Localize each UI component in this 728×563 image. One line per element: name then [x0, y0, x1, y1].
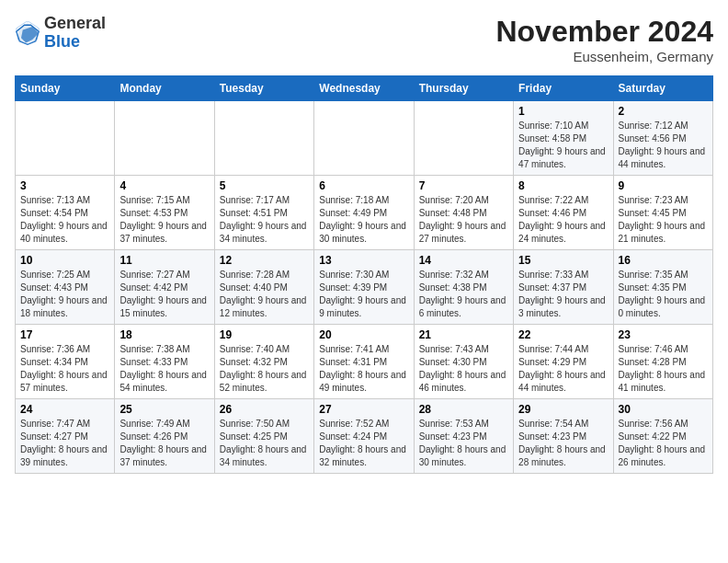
- calendar-cell: 1Sunrise: 7:10 AM Sunset: 4:58 PM Daylig…: [514, 101, 613, 176]
- day-info: Sunrise: 7:30 AM Sunset: 4:39 PM Dayligh…: [319, 269, 408, 320]
- day-number: 25: [119, 403, 209, 416]
- day-number: 30: [619, 403, 708, 416]
- calendar-cell: 11Sunrise: 7:27 AM Sunset: 4:42 PM Dayli…: [115, 250, 214, 325]
- calendar-week-row: 3Sunrise: 7:13 AM Sunset: 4:54 PM Daylig…: [16, 176, 713, 250]
- day-info: Sunrise: 7:54 AM Sunset: 4:23 PM Dayligh…: [518, 418, 608, 469]
- calendar-cell: 23Sunrise: 7:46 AM Sunset: 4:28 PM Dayli…: [613, 325, 712, 399]
- day-info: Sunrise: 7:56 AM Sunset: 4:22 PM Dayligh…: [619, 418, 708, 469]
- day-number: 1: [518, 105, 608, 118]
- day-info: Sunrise: 7:38 AM Sunset: 4:33 PM Dayligh…: [119, 343, 209, 395]
- day-info: Sunrise: 7:28 AM Sunset: 4:40 PM Dayligh…: [220, 269, 309, 320]
- calendar-table: SundayMondayTuesdayWednesdayThursdayFrid…: [15, 75, 713, 474]
- day-header-wednesday: Wednesday: [314, 76, 414, 101]
- day-info: Sunrise: 7:47 AM Sunset: 4:27 PM Dayligh…: [20, 418, 109, 469]
- calendar-cell: 30Sunrise: 7:56 AM Sunset: 4:22 PM Dayli…: [613, 399, 712, 474]
- day-info: Sunrise: 7:23 AM Sunset: 4:45 PM Dayligh…: [619, 194, 708, 246]
- calendar-cell: 17Sunrise: 7:36 AM Sunset: 4:34 PM Dayli…: [16, 325, 115, 399]
- day-info: Sunrise: 7:46 AM Sunset: 4:28 PM Dayligh…: [619, 343, 708, 395]
- calendar-cell: 10Sunrise: 7:25 AM Sunset: 4:43 PM Dayli…: [16, 250, 115, 325]
- day-info: Sunrise: 7:17 AM Sunset: 4:51 PM Dayligh…: [220, 194, 309, 246]
- day-info: Sunrise: 7:25 AM Sunset: 4:43 PM Dayligh…: [20, 269, 109, 320]
- calendar-cell: 28Sunrise: 7:53 AM Sunset: 4:23 PM Dayli…: [414, 399, 513, 474]
- calendar-cell: 13Sunrise: 7:30 AM Sunset: 4:39 PM Dayli…: [314, 250, 414, 325]
- calendar-cell: 29Sunrise: 7:54 AM Sunset: 4:23 PM Dayli…: [514, 399, 613, 474]
- day-info: Sunrise: 7:36 AM Sunset: 4:34 PM Dayligh…: [20, 343, 109, 395]
- day-info: Sunrise: 7:13 AM Sunset: 4:54 PM Dayligh…: [20, 194, 109, 246]
- day-number: 11: [119, 254, 209, 267]
- calendar-cell: 14Sunrise: 7:32 AM Sunset: 4:38 PM Dayli…: [414, 250, 513, 325]
- calendar-week-row: 1Sunrise: 7:10 AM Sunset: 4:58 PM Daylig…: [16, 101, 713, 176]
- page-header: General Blue November 2024 Eussenheim, G…: [15, 15, 713, 64]
- calendar-cell: 6Sunrise: 7:18 AM Sunset: 4:49 PM Daylig…: [314, 176, 414, 250]
- day-number: 24: [20, 403, 109, 416]
- month-title: November 2024: [495, 15, 713, 49]
- day-info: Sunrise: 7:22 AM Sunset: 4:46 PM Dayligh…: [518, 194, 608, 246]
- day-number: 22: [518, 328, 608, 341]
- day-info: Sunrise: 7:35 AM Sunset: 4:35 PM Dayligh…: [619, 269, 708, 320]
- calendar-week-row: 24Sunrise: 7:47 AM Sunset: 4:27 PM Dayli…: [16, 399, 713, 474]
- calendar-cell: 3Sunrise: 7:13 AM Sunset: 4:54 PM Daylig…: [16, 176, 115, 250]
- title-area: November 2024 Eussenheim, Germany: [495, 15, 713, 64]
- calendar-cell: [16, 101, 115, 176]
- calendar-cell: 21Sunrise: 7:43 AM Sunset: 4:30 PM Dayli…: [414, 325, 513, 399]
- calendar-header-row: SundayMondayTuesdayWednesdayThursdayFrid…: [16, 76, 713, 101]
- calendar-cell: 5Sunrise: 7:17 AM Sunset: 4:51 PM Daylig…: [214, 176, 313, 250]
- day-info: Sunrise: 7:50 AM Sunset: 4:25 PM Dayligh…: [220, 418, 309, 469]
- day-number: 8: [518, 179, 608, 192]
- day-number: 29: [518, 403, 608, 416]
- day-number: 9: [619, 179, 708, 192]
- calendar-cell: 20Sunrise: 7:41 AM Sunset: 4:31 PM Dayli…: [314, 325, 414, 399]
- day-info: Sunrise: 7:20 AM Sunset: 4:48 PM Dayligh…: [419, 194, 508, 246]
- calendar-cell: 9Sunrise: 7:23 AM Sunset: 4:45 PM Daylig…: [613, 176, 712, 250]
- logo-text: General Blue: [44, 15, 106, 52]
- day-number: 18: [119, 328, 209, 341]
- day-info: Sunrise: 7:40 AM Sunset: 4:32 PM Dayligh…: [220, 343, 309, 395]
- day-number: 15: [518, 254, 608, 267]
- day-number: 2: [619, 105, 708, 118]
- calendar-cell: 27Sunrise: 7:52 AM Sunset: 4:24 PM Dayli…: [314, 399, 414, 474]
- day-info: Sunrise: 7:41 AM Sunset: 4:31 PM Dayligh…: [319, 343, 408, 395]
- day-number: 20: [319, 328, 408, 341]
- calendar-cell: 7Sunrise: 7:20 AM Sunset: 4:48 PM Daylig…: [414, 176, 513, 250]
- day-header-tuesday: Tuesday: [214, 76, 313, 101]
- calendar-cell: [214, 101, 313, 176]
- location: Eussenheim, Germany: [495, 49, 713, 64]
- calendar-cell: 8Sunrise: 7:22 AM Sunset: 4:46 PM Daylig…: [514, 176, 613, 250]
- calendar-cell: [314, 101, 414, 176]
- day-number: 16: [619, 254, 708, 267]
- day-number: 7: [419, 179, 508, 192]
- day-info: Sunrise: 7:18 AM Sunset: 4:49 PM Dayligh…: [319, 194, 408, 246]
- day-number: 3: [20, 179, 109, 192]
- day-info: Sunrise: 7:49 AM Sunset: 4:26 PM Dayligh…: [119, 418, 209, 469]
- calendar-cell: 16Sunrise: 7:35 AM Sunset: 4:35 PM Dayli…: [613, 250, 712, 325]
- calendar-cell: 19Sunrise: 7:40 AM Sunset: 4:32 PM Dayli…: [214, 325, 313, 399]
- day-header-monday: Monday: [115, 76, 214, 101]
- day-header-saturday: Saturday: [613, 76, 712, 101]
- day-info: Sunrise: 7:53 AM Sunset: 4:23 PM Dayligh…: [419, 418, 508, 469]
- day-number: 6: [319, 179, 408, 192]
- day-number: 14: [419, 254, 508, 267]
- calendar-cell: 22Sunrise: 7:44 AM Sunset: 4:29 PM Dayli…: [514, 325, 613, 399]
- calendar-cell: 15Sunrise: 7:33 AM Sunset: 4:37 PM Dayli…: [514, 250, 613, 325]
- day-number: 12: [220, 254, 309, 267]
- day-number: 27: [319, 403, 408, 416]
- calendar-cell: [115, 101, 214, 176]
- day-number: 23: [619, 328, 708, 341]
- day-info: Sunrise: 7:44 AM Sunset: 4:29 PM Dayligh…: [518, 343, 608, 395]
- calendar-cell: 18Sunrise: 7:38 AM Sunset: 4:33 PM Dayli…: [115, 325, 214, 399]
- day-header-sunday: Sunday: [16, 76, 115, 101]
- day-info: Sunrise: 7:43 AM Sunset: 4:30 PM Dayligh…: [419, 343, 508, 395]
- calendar-cell: 4Sunrise: 7:15 AM Sunset: 4:53 PM Daylig…: [115, 176, 214, 250]
- day-info: Sunrise: 7:32 AM Sunset: 4:38 PM Dayligh…: [419, 269, 508, 320]
- calendar-week-row: 17Sunrise: 7:36 AM Sunset: 4:34 PM Dayli…: [16, 325, 713, 399]
- day-info: Sunrise: 7:33 AM Sunset: 4:37 PM Dayligh…: [518, 269, 608, 320]
- calendar-cell: 26Sunrise: 7:50 AM Sunset: 4:25 PM Dayli…: [214, 399, 313, 474]
- day-number: 21: [419, 328, 508, 341]
- day-number: 4: [119, 179, 209, 192]
- calendar-cell: [414, 101, 513, 176]
- day-info: Sunrise: 7:15 AM Sunset: 4:53 PM Dayligh…: [119, 194, 209, 246]
- calendar-cell: 25Sunrise: 7:49 AM Sunset: 4:26 PM Dayli…: [115, 399, 214, 474]
- calendar-cell: 2Sunrise: 7:12 AM Sunset: 4:56 PM Daylig…: [613, 101, 712, 176]
- day-number: 26: [220, 403, 309, 416]
- day-info: Sunrise: 7:10 AM Sunset: 4:58 PM Dayligh…: [518, 120, 608, 171]
